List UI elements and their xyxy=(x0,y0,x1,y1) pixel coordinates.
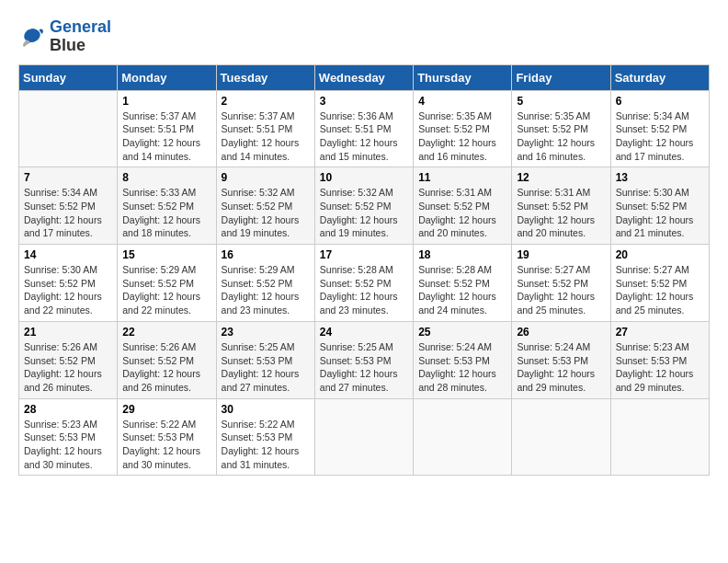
day-number: 6 xyxy=(616,95,704,108)
calendar-table: SundayMondayTuesdayWednesdayThursdayFrid… xyxy=(18,64,710,477)
day-info: Sunrise: 5:36 AMSunset: 5:51 PMDaylight:… xyxy=(320,109,408,164)
day-info: Sunrise: 5:37 AMSunset: 5:51 PMDaylight:… xyxy=(222,109,310,164)
day-number: 2 xyxy=(222,95,310,108)
day-number: 19 xyxy=(517,248,605,261)
calendar-day-cell: 29Sunrise: 5:22 AMSunset: 5:53 PMDayligh… xyxy=(118,398,216,476)
calendar-day-cell: 15Sunrise: 5:29 AMSunset: 5:52 PMDayligh… xyxy=(118,245,216,322)
day-number: 9 xyxy=(222,171,310,184)
day-number: 24 xyxy=(320,326,408,339)
day-of-week-header: Friday xyxy=(512,64,610,90)
logo-text: General Blue xyxy=(50,18,111,55)
calendar-day-cell: 30Sunrise: 5:22 AMSunset: 5:53 PMDayligh… xyxy=(216,398,314,476)
calendar-day-cell: 10Sunrise: 5:32 AMSunset: 5:52 PMDayligh… xyxy=(314,167,413,245)
day-number: 8 xyxy=(122,171,210,184)
calendar-day-cell: 18Sunrise: 5:28 AMSunset: 5:52 PMDayligh… xyxy=(414,245,512,322)
logo: General Blue xyxy=(18,18,111,55)
calendar-day-cell: 11Sunrise: 5:31 AMSunset: 5:52 PMDayligh… xyxy=(414,167,512,245)
day-number: 21 xyxy=(24,326,112,339)
day-info: Sunrise: 5:23 AMSunset: 5:53 PMDaylight:… xyxy=(616,340,704,395)
day-number: 26 xyxy=(517,326,605,339)
calendar-day-cell: 12Sunrise: 5:31 AMSunset: 5:52 PMDayligh… xyxy=(512,167,610,245)
day-number: 14 xyxy=(24,248,112,261)
calendar-day-cell: 16Sunrise: 5:29 AMSunset: 5:52 PMDayligh… xyxy=(216,245,314,322)
day-info: Sunrise: 5:25 AMSunset: 5:53 PMDaylight:… xyxy=(222,340,310,395)
calendar-day-cell: 5Sunrise: 5:35 AMSunset: 5:52 PMDaylight… xyxy=(512,90,610,167)
day-number: 3 xyxy=(320,95,408,108)
day-info: Sunrise: 5:26 AMSunset: 5:52 PMDaylight:… xyxy=(122,340,210,395)
calendar-day-cell: 2Sunrise: 5:37 AMSunset: 5:51 PMDaylight… xyxy=(216,90,314,167)
day-info: Sunrise: 5:31 AMSunset: 5:52 PMDaylight:… xyxy=(418,186,506,240)
day-number: 10 xyxy=(320,171,408,184)
calendar-day-cell: 14Sunrise: 5:30 AMSunset: 5:52 PMDayligh… xyxy=(19,245,118,322)
day-info: Sunrise: 5:28 AMSunset: 5:52 PMDaylight:… xyxy=(418,263,506,317)
day-of-week-header: Sunday xyxy=(19,64,118,90)
calendar-day-cell xyxy=(512,398,610,476)
calendar-day-cell xyxy=(19,90,118,167)
calendar-day-cell: 3Sunrise: 5:36 AMSunset: 5:51 PMDaylight… xyxy=(314,90,413,167)
day-info: Sunrise: 5:32 AMSunset: 5:52 PMDaylight:… xyxy=(320,186,408,240)
day-number: 25 xyxy=(418,326,506,339)
day-info: Sunrise: 5:35 AMSunset: 5:52 PMDaylight:… xyxy=(418,109,506,164)
day-number: 27 xyxy=(616,326,704,339)
day-info: Sunrise: 5:30 AMSunset: 5:52 PMDaylight:… xyxy=(616,186,704,240)
day-of-week-header: Monday xyxy=(118,64,216,90)
calendar-week-row: 1Sunrise: 5:37 AMSunset: 5:51 PMDaylight… xyxy=(19,90,710,167)
day-number: 7 xyxy=(24,171,112,184)
calendar-day-cell: 4Sunrise: 5:35 AMSunset: 5:52 PMDaylight… xyxy=(414,90,512,167)
day-info: Sunrise: 5:28 AMSunset: 5:52 PMDaylight:… xyxy=(320,263,408,317)
calendar-day-cell xyxy=(414,398,512,476)
calendar-day-cell: 20Sunrise: 5:27 AMSunset: 5:52 PMDayligh… xyxy=(610,245,709,322)
calendar-week-row: 14Sunrise: 5:30 AMSunset: 5:52 PMDayligh… xyxy=(19,245,710,322)
day-number: 30 xyxy=(222,403,310,416)
calendar-day-cell: 21Sunrise: 5:26 AMSunset: 5:52 PMDayligh… xyxy=(19,321,118,398)
day-of-week-header: Thursday xyxy=(414,64,512,90)
day-info: Sunrise: 5:22 AMSunset: 5:53 PMDaylight:… xyxy=(122,418,210,472)
day-of-week-header: Saturday xyxy=(610,64,709,90)
day-info: Sunrise: 5:24 AMSunset: 5:53 PMDaylight:… xyxy=(517,340,605,395)
day-number: 28 xyxy=(24,403,112,416)
day-info: Sunrise: 5:27 AMSunset: 5:52 PMDaylight:… xyxy=(517,263,605,317)
page-header: General Blue xyxy=(18,18,710,55)
calendar-week-row: 7Sunrise: 5:34 AMSunset: 5:52 PMDaylight… xyxy=(19,167,710,245)
day-info: Sunrise: 5:33 AMSunset: 5:52 PMDaylight:… xyxy=(122,186,210,240)
day-info: Sunrise: 5:32 AMSunset: 5:52 PMDaylight:… xyxy=(222,186,310,240)
calendar-day-cell xyxy=(314,398,413,476)
calendar-day-cell: 27Sunrise: 5:23 AMSunset: 5:53 PMDayligh… xyxy=(610,321,709,398)
day-info: Sunrise: 5:31 AMSunset: 5:52 PMDaylight:… xyxy=(517,186,605,240)
day-number: 23 xyxy=(222,326,310,339)
day-number: 29 xyxy=(122,403,210,416)
day-number: 18 xyxy=(418,248,506,261)
calendar-week-row: 28Sunrise: 5:23 AMSunset: 5:53 PMDayligh… xyxy=(19,398,710,476)
calendar-day-cell: 1Sunrise: 5:37 AMSunset: 5:51 PMDaylight… xyxy=(118,90,216,167)
logo-icon xyxy=(18,23,46,51)
day-number: 16 xyxy=(222,248,310,261)
calendar-day-cell: 19Sunrise: 5:27 AMSunset: 5:52 PMDayligh… xyxy=(512,245,610,322)
day-number: 20 xyxy=(616,248,704,261)
day-number: 15 xyxy=(122,248,210,261)
calendar-day-cell: 25Sunrise: 5:24 AMSunset: 5:53 PMDayligh… xyxy=(414,321,512,398)
days-of-week-row: SundayMondayTuesdayWednesdayThursdayFrid… xyxy=(19,64,710,90)
day-number: 1 xyxy=(122,95,210,108)
day-number: 22 xyxy=(122,326,210,339)
day-info: Sunrise: 5:22 AMSunset: 5:53 PMDaylight:… xyxy=(222,418,310,472)
day-info: Sunrise: 5:26 AMSunset: 5:52 PMDaylight:… xyxy=(24,340,112,395)
calendar-day-cell: 23Sunrise: 5:25 AMSunset: 5:53 PMDayligh… xyxy=(216,321,314,398)
day-of-week-header: Wednesday xyxy=(314,64,413,90)
day-of-week-header: Tuesday xyxy=(216,64,314,90)
calendar-day-cell: 8Sunrise: 5:33 AMSunset: 5:52 PMDaylight… xyxy=(118,167,216,245)
day-number: 11 xyxy=(418,171,506,184)
calendar-header: SundayMondayTuesdayWednesdayThursdayFrid… xyxy=(19,64,710,90)
day-info: Sunrise: 5:24 AMSunset: 5:53 PMDaylight:… xyxy=(418,340,506,395)
day-info: Sunrise: 5:25 AMSunset: 5:53 PMDaylight:… xyxy=(320,340,408,395)
day-info: Sunrise: 5:27 AMSunset: 5:52 PMDaylight:… xyxy=(616,263,704,317)
calendar-day-cell: 6Sunrise: 5:34 AMSunset: 5:52 PMDaylight… xyxy=(610,90,709,167)
calendar-day-cell xyxy=(610,398,709,476)
calendar-day-cell: 24Sunrise: 5:25 AMSunset: 5:53 PMDayligh… xyxy=(314,321,413,398)
day-number: 12 xyxy=(517,171,605,184)
day-info: Sunrise: 5:34 AMSunset: 5:52 PMDaylight:… xyxy=(616,109,704,164)
calendar-day-cell: 28Sunrise: 5:23 AMSunset: 5:53 PMDayligh… xyxy=(19,398,118,476)
calendar-day-cell: 17Sunrise: 5:28 AMSunset: 5:52 PMDayligh… xyxy=(314,245,413,322)
day-info: Sunrise: 5:23 AMSunset: 5:53 PMDaylight:… xyxy=(24,418,112,472)
day-info: Sunrise: 5:29 AMSunset: 5:52 PMDaylight:… xyxy=(122,263,210,317)
day-number: 5 xyxy=(517,95,605,108)
